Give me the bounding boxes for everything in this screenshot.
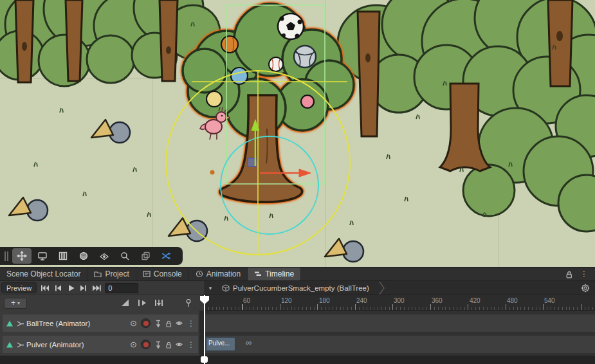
ruler-label: 540 bbox=[544, 297, 555, 304]
layers-icon bbox=[140, 251, 151, 261]
tab-label: Animation bbox=[206, 269, 241, 278]
blinds-tool-button[interactable] bbox=[53, 248, 73, 264]
track-menu-icon[interactable]: ⋮ bbox=[186, 320, 196, 327]
next-frame-icon bbox=[79, 284, 88, 293]
timeline-bottom-strip bbox=[0, 356, 595, 364]
breadcrumb[interactable]: PulverCucumberSmack_empty (BallTree) bbox=[222, 282, 385, 295]
preview-toggle-button[interactable]: Preview bbox=[1, 282, 37, 293]
record-button[interactable] bbox=[141, 318, 151, 328]
track-lane-balltree[interactable] bbox=[205, 314, 595, 332]
tabbar-menu-icon[interactable]: ⋮ bbox=[579, 270, 589, 278]
timeline-tracks-area: BallTree (Animator) ⊙ ⋮ Pulver ( bbox=[0, 311, 595, 356]
breadcrumb-label: PulverCucumberSmack_empty (BallTree) bbox=[233, 284, 369, 292]
tab-project[interactable]: Project bbox=[87, 268, 136, 280]
lock-icon[interactable] bbox=[165, 320, 172, 327]
track-name: Pulver (Animator) bbox=[26, 341, 84, 349]
zoom-tool-button[interactable] bbox=[115, 248, 134, 264]
previous-frame-button[interactable] bbox=[51, 282, 64, 294]
track-header-balltree[interactable]: BallTree (Animator) ⊙ ⋮ bbox=[3, 314, 198, 332]
soccer-ball[interactable] bbox=[278, 14, 304, 39]
next-frame-button[interactable] bbox=[77, 282, 90, 294]
add-track-button[interactable]: + ▾ bbox=[4, 298, 27, 309]
magnifier-icon bbox=[120, 251, 130, 261]
pumpkin[interactable] bbox=[221, 36, 238, 53]
track-list-header: + ▾ bbox=[0, 295, 199, 311]
playhead-handle[interactable] bbox=[201, 356, 208, 363]
record-button[interactable] bbox=[141, 340, 151, 349]
plane-tool-button[interactable] bbox=[95, 248, 114, 264]
pink-ball[interactable] bbox=[301, 95, 314, 108]
ruler-label: 120 bbox=[281, 297, 292, 304]
ruler-label: 360 bbox=[432, 297, 443, 304]
ripple-mode-icon[interactable] bbox=[138, 298, 147, 307]
lock-icon[interactable] bbox=[165, 341, 172, 349]
shuffle-icon bbox=[161, 251, 171, 261]
goto-end-button[interactable] bbox=[90, 282, 103, 294]
shuffle-tool-button[interactable] bbox=[156, 248, 176, 264]
window-tab-bar: Scene Object Locator Project Console Ani… bbox=[0, 267, 595, 281]
gizmo-handle-dot[interactable] bbox=[210, 170, 215, 175]
monitor-tool-button[interactable] bbox=[33, 248, 52, 264]
play-button[interactable] bbox=[64, 282, 77, 294]
eye-icon[interactable] bbox=[175, 340, 183, 349]
ruler-label: 480 bbox=[507, 297, 518, 304]
tab-timeline[interactable]: Timeline bbox=[248, 268, 301, 280]
tab-label: Timeline bbox=[265, 269, 294, 278]
track-header-pulver[interactable]: Pulver (Animator) ⊙ ⋮ bbox=[3, 336, 198, 353]
sphere-icon bbox=[78, 251, 89, 261]
infinite-clip-icon: ∞ bbox=[246, 338, 252, 347]
current-frame-field[interactable] bbox=[105, 283, 138, 293]
ruler-label: 60 bbox=[243, 297, 250, 304]
goto-end-icon bbox=[92, 284, 101, 293]
toolbar-drag-handle[interactable] bbox=[3, 251, 10, 261]
tab-console[interactable]: Console bbox=[136, 268, 189, 280]
lock-icon[interactable] bbox=[565, 270, 573, 278]
timeline-transport: Preview bbox=[0, 281, 205, 295]
ruler-label: 180 bbox=[319, 297, 330, 304]
volleyball[interactable] bbox=[294, 46, 316, 68]
tab-label: Project bbox=[105, 269, 129, 278]
breadcrumb-chevron-icon bbox=[379, 282, 385, 295]
animator-binding-icon bbox=[16, 341, 24, 349]
baseball[interactable] bbox=[269, 57, 283, 71]
previous-frame-icon bbox=[53, 284, 62, 293]
binding-target-icon[interactable]: ⊙ bbox=[130, 319, 137, 327]
monitor-icon bbox=[37, 251, 48, 261]
layers-tool-button[interactable] bbox=[136, 248, 155, 264]
blinds-icon bbox=[58, 251, 68, 261]
goto-start-button[interactable] bbox=[39, 282, 51, 294]
ruler-label: 240 bbox=[356, 297, 367, 304]
cube-icon bbox=[222, 284, 230, 292]
timeline-settings-button[interactable] bbox=[581, 284, 590, 293]
track-lane-pulver[interactable]: Pulve... ∞ bbox=[205, 336, 595, 353]
timeline-ruler[interactable]: 60 120 180 240 300 360 420 480 540 bbox=[205, 295, 595, 311]
animation-clip[interactable]: Pulve... bbox=[206, 337, 235, 351]
replace-mode-icon[interactable] bbox=[154, 298, 163, 307]
track-name: BallTree (Animator) bbox=[26, 320, 90, 327]
mix-mode-icon[interactable] bbox=[121, 298, 130, 307]
track-menu-icon[interactable]: ⋮ bbox=[186, 341, 196, 349]
goto-start-icon bbox=[41, 284, 50, 293]
tab-scene-object-locator[interactable]: Scene Object Locator bbox=[0, 268, 87, 280]
gear-icon bbox=[581, 284, 590, 293]
animation-track-icon bbox=[6, 320, 14, 327]
tab-label: Scene Object Locator bbox=[6, 269, 80, 278]
binding-target-icon[interactable]: ⊙ bbox=[130, 340, 137, 349]
timeline-icon bbox=[254, 270, 262, 278]
app-window: Scene Object Locator Project Console Ani… bbox=[0, 0, 595, 364]
pin-icon[interactable] bbox=[154, 340, 162, 349]
marker-track-toggle-icon[interactable] bbox=[184, 298, 193, 307]
sphere-tool-button[interactable] bbox=[74, 248, 93, 264]
tab-animation[interactable]: Animation bbox=[189, 268, 248, 280]
yellow-ball[interactable] bbox=[206, 91, 222, 107]
play-icon bbox=[66, 284, 75, 293]
scene-view[interactable] bbox=[0, 0, 595, 267]
animation-track-icon bbox=[6, 341, 14, 349]
tab-label: Console bbox=[154, 269, 182, 278]
folder-icon bbox=[94, 270, 102, 278]
pin-icon[interactable] bbox=[154, 319, 162, 327]
move-tool-button[interactable] bbox=[12, 248, 32, 264]
timeline-dropdown-caret[interactable]: ▾ bbox=[205, 285, 215, 291]
move-tool-icon bbox=[17, 251, 27, 261]
eye-icon[interactable] bbox=[175, 319, 183, 327]
